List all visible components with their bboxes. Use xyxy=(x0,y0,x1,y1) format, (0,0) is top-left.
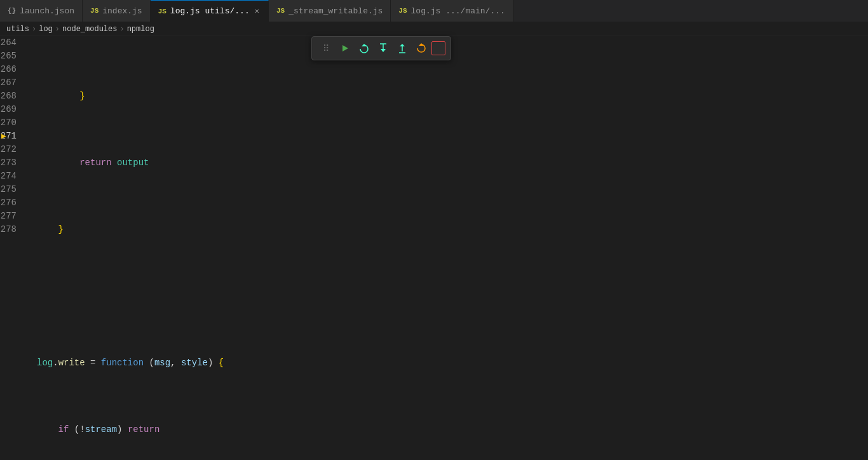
gutter-line-273: 273 xyxy=(0,156,24,170)
line-number: 272 xyxy=(1,143,17,156)
code-text: } xyxy=(37,90,85,103)
breadcrumb-part: log xyxy=(39,25,53,34)
debug-stop-button[interactable] xyxy=(431,41,445,55)
line-number: 270 xyxy=(1,116,17,130)
code-line-266: } xyxy=(32,223,868,236)
line-number: 277 xyxy=(1,210,17,223)
code-line-269: if (!stream) return xyxy=(32,423,868,436)
tab-label: index.js xyxy=(102,6,142,16)
tab-log-js-utils[interactable]: JS log.js utils/... ✕ xyxy=(151,0,269,22)
tab-label: launch.json xyxy=(20,6,74,16)
code-line-267 xyxy=(32,290,868,303)
code-line-264: } xyxy=(32,90,868,103)
svg-marker-6 xyxy=(400,44,405,46)
gutter-line-270: 270 xyxy=(0,116,24,130)
tab-stream-writable[interactable]: JS _stream_writable.js xyxy=(269,0,391,22)
tab-launch-json[interactable]: {} launch.json xyxy=(0,0,83,22)
gutter-line-276: 276 xyxy=(0,196,24,210)
gutter-line-278: 278 xyxy=(0,223,24,236)
line-number: 264 xyxy=(1,36,17,50)
breadcrumb-part: utils xyxy=(6,25,29,34)
line-number: 268 xyxy=(1,90,17,103)
gutter-line-267: 267 xyxy=(0,76,24,90)
code-text xyxy=(37,290,42,303)
breadcrumb-sep: › xyxy=(55,25,60,34)
gutter-line-275: 275 xyxy=(0,183,24,196)
line-number: 265 xyxy=(1,50,17,63)
line-number: 267 xyxy=(1,76,17,90)
debug-step-into-button[interactable] xyxy=(374,39,392,57)
tab-bar: {} launch.json JS index.js JS log.js uti… xyxy=(0,0,868,22)
debug-arrow-icon: ▶ xyxy=(1,130,6,143)
code-text: } xyxy=(37,223,64,236)
gutter-line-272: 272 xyxy=(0,143,24,156)
json-icon: {} xyxy=(8,7,16,15)
code-text: return output xyxy=(37,156,149,170)
gutter-line-266: 266 xyxy=(0,63,24,76)
gutter-line-277: 277 xyxy=(0,210,24,223)
svg-marker-0 xyxy=(342,45,348,51)
tab-label: log.js .../main/... xyxy=(411,6,505,16)
code-text: log.write = function (msg, style) { xyxy=(37,356,224,370)
line-number: 274 xyxy=(1,170,17,183)
code-lines: } return output } log.write = function (… xyxy=(32,36,868,460)
breadcrumb-sep: › xyxy=(32,25,36,34)
tab-label: _stream_writable.js xyxy=(288,6,383,16)
line-number: 275 xyxy=(1,183,17,196)
js-icon: JS xyxy=(90,7,98,15)
tab-label: log.js utils/... xyxy=(170,6,250,16)
debug-drag-handle[interactable]: ⠿ xyxy=(317,39,335,57)
line-number: 276 xyxy=(1,196,17,210)
debug-step-out-button[interactable] xyxy=(393,39,411,57)
tab-index-js[interactable]: JS index.js xyxy=(83,0,151,22)
js-icon: JS xyxy=(398,7,407,15)
tab-close-button[interactable]: ✕ xyxy=(254,5,261,17)
editor: 264 265 266 267 268 269 270 ▶ 271 272 27… xyxy=(0,36,868,460)
debug-toolbar: ⠿ xyxy=(311,36,451,60)
breadcrumb-part: node_modules xyxy=(62,25,117,34)
code-text: if (!stream) return xyxy=(37,423,159,436)
debug-restart-button[interactable] xyxy=(412,39,430,57)
code-line-268: log.write = function (msg, style) { xyxy=(32,356,868,370)
gutter-line-269: 269 xyxy=(0,103,24,116)
js-icon: JS xyxy=(158,8,166,15)
breadcrumb: utils › log › node_modules › npmlog xyxy=(0,22,868,36)
tab-log-js-main[interactable]: JS log.js .../main/... xyxy=(391,0,513,22)
line-number-gutter: 264 265 266 267 268 269 270 ▶ 271 272 27… xyxy=(0,36,32,460)
gutter-line-274: 274 xyxy=(0,170,24,183)
line-number: 273 xyxy=(1,156,17,170)
code-area: 264 265 266 267 268 269 270 ▶ 271 272 27… xyxy=(0,36,868,460)
breadcrumb-sep: › xyxy=(119,25,124,34)
gutter-line-265: 265 xyxy=(0,50,24,63)
gutter-line-264: 264 xyxy=(0,36,24,50)
code-line-265: return output xyxy=(32,156,868,170)
line-number: 278 xyxy=(1,223,17,236)
js-icon: JS xyxy=(276,7,285,15)
debug-step-over-button[interactable] xyxy=(355,39,373,57)
gutter-line-271: ▶ 271 xyxy=(0,130,24,143)
line-number: 266 xyxy=(1,63,17,76)
svg-marker-3 xyxy=(381,49,386,52)
line-number: 269 xyxy=(1,103,17,116)
breadcrumb-part: npmlog xyxy=(127,25,154,34)
debug-continue-button[interactable] xyxy=(336,39,354,57)
gutter-line-268: 268 xyxy=(0,90,24,103)
